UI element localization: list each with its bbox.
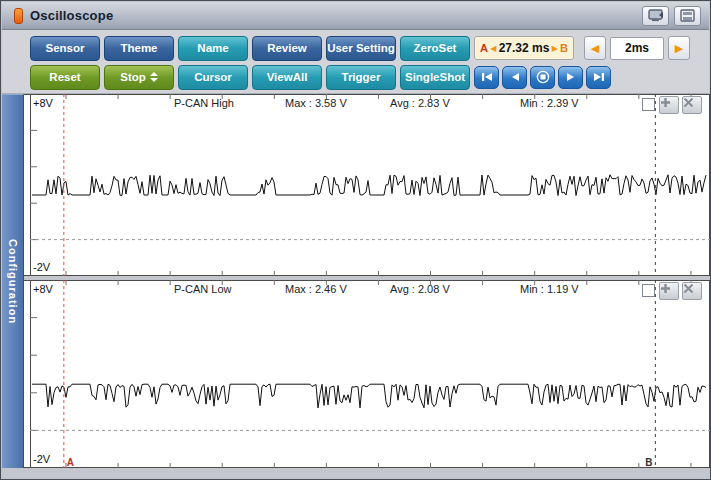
toolbar-row-1: Sensor Theme Name Review User Setting Ze… xyxy=(30,35,709,61)
channel-panel-pcan-high: +8V P-CAN High Max : 3.58 V Avg : 2.83 V… xyxy=(24,94,711,276)
channel-name: P-CAN Low xyxy=(174,283,231,295)
step-back-button[interactable] xyxy=(502,66,527,89)
singleshot-button[interactable]: SingleShot xyxy=(400,65,470,90)
name-button[interactable]: Name xyxy=(178,36,248,61)
trigger-button[interactable]: Trigger xyxy=(326,65,396,90)
review-button[interactable]: Review xyxy=(252,36,322,61)
tile-windows-button[interactable] xyxy=(674,6,701,26)
cursor-b-arrow-icon: ▶ xyxy=(552,44,558,53)
cursor-button[interactable]: Cursor xyxy=(178,65,248,90)
window-title: Oscilloscope xyxy=(30,8,113,23)
zeroset-button[interactable]: ZeroSet xyxy=(400,36,470,61)
stop-button-label: Stop xyxy=(120,71,146,83)
stat-min: Min : 1.19 V xyxy=(520,283,579,295)
channel-expand-button[interactable] xyxy=(659,282,679,300)
waveform-plot-pcan-high xyxy=(24,94,711,276)
step-forward-button[interactable] xyxy=(558,66,583,89)
reset-button[interactable]: Reset xyxy=(30,65,100,90)
stat-max: Max : 3.58 V xyxy=(285,97,347,109)
cursor-a-marker: A xyxy=(67,457,74,468)
skip-to-start-icon xyxy=(481,72,493,82)
channel-close-button[interactable] xyxy=(682,96,702,114)
voltage-min-label: -2V xyxy=(33,261,50,273)
timebase-value[interactable]: 2ms xyxy=(610,37,664,60)
stat-avg: Avg : 2.08 V xyxy=(390,283,450,295)
timebase-increase-button[interactable]: ▶ xyxy=(668,36,690,60)
cursor-time-display: A ◀ 27.32 ms ▶ B xyxy=(474,36,574,60)
stat-avg: Avg : 2.83 V xyxy=(390,97,450,109)
configuration-tab[interactable]: Configuration xyxy=(2,94,24,468)
cursor-a-label: A xyxy=(480,42,488,54)
step-back-icon xyxy=(510,72,520,82)
close-icon xyxy=(683,97,694,108)
channel-panel-pcan-low: AB +8V P-CAN Low Max : 2.46 V Avg : 2.08… xyxy=(24,280,711,468)
stop-button[interactable]: Stop xyxy=(104,65,174,90)
channel-select-checkbox[interactable] xyxy=(642,284,655,297)
spinner-icon xyxy=(150,72,158,82)
screen-capture-icon xyxy=(648,9,664,22)
channel-name: P-CAN High xyxy=(174,97,234,109)
channel-select-checkbox[interactable] xyxy=(642,98,655,111)
step-forward-icon xyxy=(566,72,576,82)
stop-playback-icon xyxy=(536,70,550,84)
stat-min: Min : 2.39 V xyxy=(520,97,579,109)
plus-icon xyxy=(660,283,671,294)
oscilloscope-window: Oscilloscope Sensor Theme N xyxy=(0,0,711,480)
configuration-tab-label: Configuration xyxy=(7,239,19,324)
sensor-button[interactable]: Sensor xyxy=(30,36,100,61)
titlebar-buttons xyxy=(642,6,701,26)
cursor-delta-value: 27.32 ms xyxy=(499,41,550,55)
screen-capture-button[interactable] xyxy=(642,6,669,26)
cursor-b-marker: B xyxy=(645,457,652,468)
tile-windows-icon xyxy=(680,9,695,22)
channel-expand-button[interactable] xyxy=(659,96,679,114)
skip-to-end-button[interactable] xyxy=(586,66,611,89)
waveform-plot-pcan-low: AB xyxy=(24,280,711,468)
voltage-max-label: +8V xyxy=(33,283,53,295)
theme-button[interactable]: Theme xyxy=(104,36,174,61)
voltage-min-label: -2V xyxy=(33,453,50,465)
toolbar: Sensor Theme Name Review User Setting Ze… xyxy=(2,30,709,94)
stop-playback-button[interactable] xyxy=(530,66,555,89)
channel-panels: +8V P-CAN High Max : 3.58 V Avg : 2.83 V… xyxy=(24,94,711,468)
cursor-b-label: B xyxy=(560,42,568,54)
stat-max: Max : 2.46 V xyxy=(285,283,347,295)
close-icon xyxy=(683,283,694,294)
user-setting-button[interactable]: User Setting xyxy=(326,36,396,61)
titlebar: Oscilloscope xyxy=(2,2,709,30)
voltage-max-label: +8V xyxy=(33,97,53,109)
skip-to-end-icon xyxy=(593,72,605,82)
channel-close-button[interactable] xyxy=(682,282,702,300)
cursor-a-arrow-icon: ◀ xyxy=(490,44,496,53)
viewall-button[interactable]: ViewAll xyxy=(252,65,322,90)
timebase-decrease-button[interactable]: ◀ xyxy=(584,36,606,60)
content-area: Configuration +8V P-CAN High Max : 3.58 … xyxy=(2,94,711,468)
app-icon xyxy=(14,8,23,24)
toolbar-row-2: Reset Stop Cursor ViewAll Trigger Single… xyxy=(30,64,709,90)
plus-icon xyxy=(660,97,671,108)
skip-to-start-button[interactable] xyxy=(474,66,499,89)
